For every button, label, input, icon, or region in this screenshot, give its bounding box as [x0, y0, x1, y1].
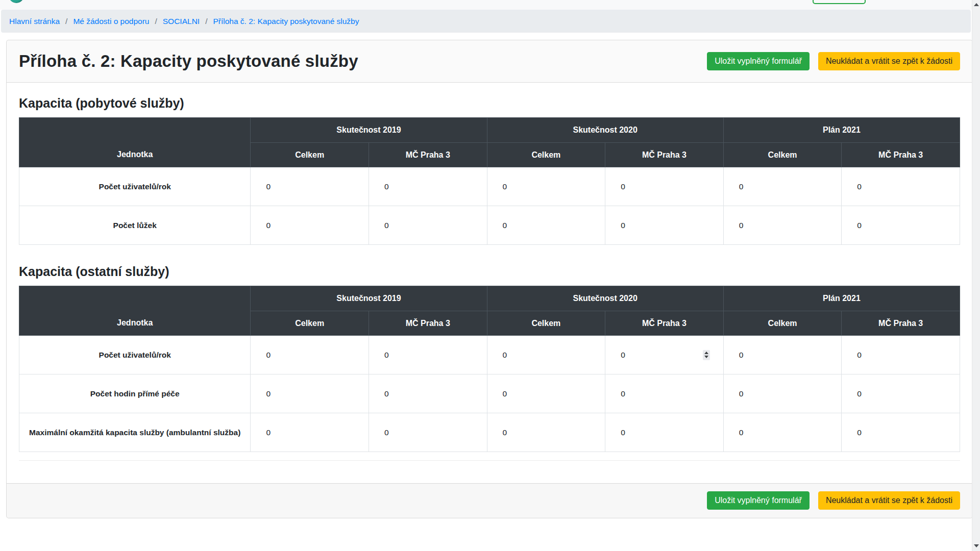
- back-without-save-button-bottom[interactable]: Neukládat a vrátit se zpět k žádosti: [818, 491, 960, 510]
- column-header-celkem: Celkem: [251, 143, 369, 167]
- breadcrumb: Hlavní stránka / Mé žádosti o podporu / …: [1, 10, 971, 33]
- row-label: Maximální okamžitá kapacita služby (ambu…: [19, 413, 251, 452]
- header-actions: Uložit vyplněný formulář Neukládat a vrá…: [707, 52, 960, 70]
- breadcrumb-separator: /: [155, 17, 157, 26]
- value-input[interactable]: [369, 207, 487, 244]
- column-group-plan-2021: Plán 2021: [723, 118, 960, 143]
- breadcrumb-socialni-link[interactable]: SOCIALNI: [163, 17, 200, 26]
- value-input[interactable]: [369, 168, 487, 206]
- breadcrumb-separator: /: [205, 17, 207, 26]
- value-input[interactable]: [251, 414, 369, 452]
- column-header-celkem: Celkem: [487, 143, 605, 167]
- value-input[interactable]: [724, 168, 842, 206]
- column-header-celkem: Celkem: [723, 311, 842, 336]
- value-input[interactable]: [369, 375, 487, 413]
- value-input[interactable]: [605, 414, 723, 452]
- column-group-skutecnost-2020: Skutečnost 2020: [487, 286, 723, 311]
- value-input[interactable]: [251, 336, 369, 374]
- row-label: Počet uživatelů/rok: [19, 336, 251, 374]
- column-header-mc-praha-3: MČ Praha 3: [605, 143, 724, 167]
- value-input[interactable]: [842, 336, 960, 374]
- page-title: Příloha č. 2: Kapacity poskytované služb…: [19, 52, 358, 71]
- value-input[interactable]: [487, 207, 605, 244]
- column-header-mc-praha-3: MČ Praha 3: [369, 143, 487, 167]
- column-header-celkem: Celkem: [251, 311, 369, 336]
- value-input[interactable]: [605, 207, 723, 244]
- column-group-skutecnost-2019: Skutečnost 2019: [251, 118, 487, 143]
- section-divider: [19, 460, 960, 461]
- column-header-mc-praha-3: MČ Praha 3: [605, 311, 724, 336]
- value-input[interactable]: [487, 336, 605, 374]
- capacity-table-pobytove: Jednotka Skutečnost 2019 Skutečnost 2020…: [19, 117, 960, 245]
- value-input[interactable]: [251, 168, 369, 206]
- column-group-skutecnost-2020: Skutečnost 2020: [487, 118, 723, 143]
- scroll-up-icon[interactable]: [974, 3, 979, 6]
- vertical-scrollbar[interactable]: [972, 0, 980, 551]
- table-row: Počet lůžek: [19, 206, 960, 245]
- value-input[interactable]: [251, 375, 369, 413]
- spinner-up-icon[interactable]: [704, 352, 708, 354]
- card-body: Kapacita (pobytové služby) Jednotka Skut…: [7, 83, 972, 483]
- breadcrumb-home-link[interactable]: Hlavní stránka: [9, 17, 60, 26]
- column-header-celkem: Celkem: [487, 311, 605, 336]
- column-header-mc-praha-3: MČ Praha 3: [369, 311, 487, 336]
- table-row: Počet uživatelů/rok: [19, 336, 960, 374]
- section-title-pobytove: Kapacita (pobytové služby): [19, 96, 960, 111]
- value-input[interactable]: [724, 336, 842, 374]
- app-logo[interactable]: [9, 0, 24, 3]
- value-input[interactable]: [724, 375, 842, 413]
- breadcrumb-current-link[interactable]: Příloha č. 2: Kapacity poskytované služb…: [213, 17, 359, 26]
- number-input-spinner[interactable]: [703, 350, 710, 360]
- value-input[interactable]: [842, 168, 960, 206]
- card-footer: Uložit vyplněný formulář Neukládat a vrá…: [7, 483, 972, 518]
- value-input[interactable]: [487, 168, 605, 206]
- row-label: Počet lůžek: [19, 206, 251, 245]
- value-input[interactable]: [251, 207, 369, 244]
- value-input[interactable]: [842, 414, 960, 452]
- value-input[interactable]: [487, 414, 605, 452]
- capacity-table-ostatni: Jednotka Skutečnost 2019 Skutečnost 2020…: [19, 286, 960, 452]
- breadcrumb-separator: /: [65, 17, 67, 26]
- table-row: Počet hodin přímé péče: [19, 374, 960, 413]
- value-input[interactable]: [724, 207, 842, 244]
- value-input[interactable]: [605, 375, 723, 413]
- column-header-mc-praha-3: MČ Praha 3: [842, 143, 960, 167]
- column-header-jednotka: Jednotka: [19, 286, 251, 336]
- table-row: Počet uživatelů/rok: [19, 167, 960, 206]
- spinner-down-icon[interactable]: [704, 356, 708, 358]
- row-label: Počet uživatelů/rok: [19, 167, 251, 206]
- scroll-down-icon[interactable]: [974, 544, 979, 547]
- value-input[interactable]: [487, 375, 605, 413]
- save-form-button-bottom[interactable]: Uložit vyplněný formulář: [707, 491, 810, 510]
- column-header-mc-praha-3: MČ Praha 3: [842, 311, 960, 336]
- row-label: Počet hodin přímé péče: [19, 374, 251, 413]
- table-row: Maximální okamžitá kapacita služby (ambu…: [19, 413, 960, 452]
- column-group-skutecnost-2019: Skutečnost 2019: [251, 286, 487, 311]
- top-navbar: [0, 0, 980, 10]
- column-header-celkem: Celkem: [723, 143, 842, 167]
- value-input[interactable]: [724, 414, 842, 452]
- value-input[interactable]: [842, 375, 960, 413]
- navbar-outline-button-partial[interactable]: [813, 0, 866, 4]
- card-header: Příloha č. 2: Kapacity poskytované služb…: [7, 40, 972, 83]
- section-title-ostatni: Kapacita (ostatní služby): [19, 264, 960, 279]
- save-form-button-top[interactable]: Uložit vyplněný formulář: [707, 52, 810, 70]
- breadcrumb-requests-link[interactable]: Mé žádosti o podporu: [73, 17, 149, 26]
- column-header-jednotka: Jednotka: [19, 118, 251, 167]
- value-input[interactable]: [842, 207, 960, 244]
- column-group-plan-2021: Plán 2021: [723, 286, 960, 311]
- value-input[interactable]: [369, 414, 487, 452]
- value-input[interactable]: [605, 168, 723, 206]
- form-card: Příloha č. 2: Kapacity poskytované služb…: [6, 40, 973, 518]
- back-without-save-button-top[interactable]: Neukládat a vrátit se zpět k žádosti: [818, 52, 960, 70]
- value-input[interactable]: [369, 336, 487, 374]
